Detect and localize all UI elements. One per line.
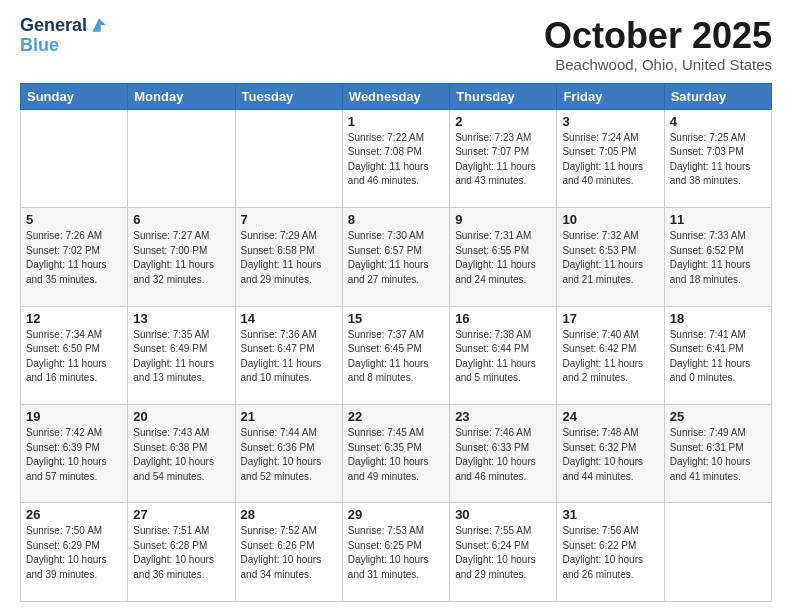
- logo-blue: Blue: [20, 36, 109, 56]
- day-info: Sunrise: 7:42 AM Sunset: 6:39 PM Dayligh…: [26, 426, 122, 484]
- day-number: 24: [562, 409, 658, 424]
- logo-text: General: [20, 16, 87, 36]
- day-number: 13: [133, 311, 229, 326]
- calendar-week-row: 1Sunrise: 7:22 AM Sunset: 7:08 PM Daylig…: [21, 109, 772, 207]
- calendar-cell: 27Sunrise: 7:51 AM Sunset: 6:28 PM Dayli…: [128, 503, 235, 602]
- calendar-cell: 9Sunrise: 7:31 AM Sunset: 6:55 PM Daylig…: [450, 208, 557, 306]
- day-number: 8: [348, 212, 444, 227]
- day-number: 31: [562, 507, 658, 522]
- calendar-cell: 2Sunrise: 7:23 AM Sunset: 7:07 PM Daylig…: [450, 109, 557, 207]
- day-number: 22: [348, 409, 444, 424]
- day-info: Sunrise: 7:52 AM Sunset: 6:26 PM Dayligh…: [241, 524, 337, 582]
- day-info: Sunrise: 7:41 AM Sunset: 6:41 PM Dayligh…: [670, 328, 766, 386]
- day-info: Sunrise: 7:55 AM Sunset: 6:24 PM Dayligh…: [455, 524, 551, 582]
- day-info: Sunrise: 7:44 AM Sunset: 6:36 PM Dayligh…: [241, 426, 337, 484]
- day-number: 1: [348, 114, 444, 129]
- calendar-cell: [664, 503, 771, 602]
- day-info: Sunrise: 7:34 AM Sunset: 6:50 PM Dayligh…: [26, 328, 122, 386]
- calendar-cell: 7Sunrise: 7:29 AM Sunset: 6:58 PM Daylig…: [235, 208, 342, 306]
- day-number: 15: [348, 311, 444, 326]
- title-area: October 2025 Beachwood, Ohio, United Sta…: [544, 16, 772, 73]
- day-number: 28: [241, 507, 337, 522]
- weekday-header-row: Sunday Monday Tuesday Wednesday Thursday…: [21, 83, 772, 109]
- day-number: 17: [562, 311, 658, 326]
- svg-marker-0: [92, 18, 105, 31]
- day-info: Sunrise: 7:38 AM Sunset: 6:44 PM Dayligh…: [455, 328, 551, 386]
- calendar-cell: 8Sunrise: 7:30 AM Sunset: 6:57 PM Daylig…: [342, 208, 449, 306]
- logo: General Blue: [20, 16, 109, 56]
- calendar-cell: 13Sunrise: 7:35 AM Sunset: 6:49 PM Dayli…: [128, 306, 235, 404]
- day-info: Sunrise: 7:27 AM Sunset: 7:00 PM Dayligh…: [133, 229, 229, 287]
- calendar-cell: 14Sunrise: 7:36 AM Sunset: 6:47 PM Dayli…: [235, 306, 342, 404]
- calendar-cell: 16Sunrise: 7:38 AM Sunset: 6:44 PM Dayli…: [450, 306, 557, 404]
- day-number: 16: [455, 311, 551, 326]
- calendar-cell: 10Sunrise: 7:32 AM Sunset: 6:53 PM Dayli…: [557, 208, 664, 306]
- calendar-cell: 26Sunrise: 7:50 AM Sunset: 6:29 PM Dayli…: [21, 503, 128, 602]
- day-info: Sunrise: 7:35 AM Sunset: 6:49 PM Dayligh…: [133, 328, 229, 386]
- calendar-cell: 31Sunrise: 7:56 AM Sunset: 6:22 PM Dayli…: [557, 503, 664, 602]
- day-info: Sunrise: 7:30 AM Sunset: 6:57 PM Dayligh…: [348, 229, 444, 287]
- day-number: 23: [455, 409, 551, 424]
- calendar-cell: 20Sunrise: 7:43 AM Sunset: 6:38 PM Dayli…: [128, 405, 235, 503]
- day-number: 30: [455, 507, 551, 522]
- calendar-cell: 17Sunrise: 7:40 AM Sunset: 6:42 PM Dayli…: [557, 306, 664, 404]
- calendar-cell: 3Sunrise: 7:24 AM Sunset: 7:05 PM Daylig…: [557, 109, 664, 207]
- calendar-cell: 30Sunrise: 7:55 AM Sunset: 6:24 PM Dayli…: [450, 503, 557, 602]
- header-friday: Friday: [557, 83, 664, 109]
- day-number: 26: [26, 507, 122, 522]
- calendar-cell: 25Sunrise: 7:49 AM Sunset: 6:31 PM Dayli…: [664, 405, 771, 503]
- day-info: Sunrise: 7:31 AM Sunset: 6:55 PM Dayligh…: [455, 229, 551, 287]
- day-info: Sunrise: 7:53 AM Sunset: 6:25 PM Dayligh…: [348, 524, 444, 582]
- day-info: Sunrise: 7:22 AM Sunset: 7:08 PM Dayligh…: [348, 131, 444, 189]
- day-info: Sunrise: 7:51 AM Sunset: 6:28 PM Dayligh…: [133, 524, 229, 582]
- day-info: Sunrise: 7:43 AM Sunset: 6:38 PM Dayligh…: [133, 426, 229, 484]
- month-title: October 2025: [544, 16, 772, 56]
- calendar-week-row: 19Sunrise: 7:42 AM Sunset: 6:39 PM Dayli…: [21, 405, 772, 503]
- day-number: 19: [26, 409, 122, 424]
- day-number: 25: [670, 409, 766, 424]
- day-info: Sunrise: 7:45 AM Sunset: 6:35 PM Dayligh…: [348, 426, 444, 484]
- day-number: 20: [133, 409, 229, 424]
- calendar-cell: 18Sunrise: 7:41 AM Sunset: 6:41 PM Dayli…: [664, 306, 771, 404]
- calendar-cell: [21, 109, 128, 207]
- day-info: Sunrise: 7:40 AM Sunset: 6:42 PM Dayligh…: [562, 328, 658, 386]
- calendar-cell: 6Sunrise: 7:27 AM Sunset: 7:00 PM Daylig…: [128, 208, 235, 306]
- day-number: 18: [670, 311, 766, 326]
- calendar-cell: 5Sunrise: 7:26 AM Sunset: 7:02 PM Daylig…: [21, 208, 128, 306]
- day-info: Sunrise: 7:24 AM Sunset: 7:05 PM Dayligh…: [562, 131, 658, 189]
- header-monday: Monday: [128, 83, 235, 109]
- calendar-week-row: 26Sunrise: 7:50 AM Sunset: 6:29 PM Dayli…: [21, 503, 772, 602]
- day-info: Sunrise: 7:46 AM Sunset: 6:33 PM Dayligh…: [455, 426, 551, 484]
- day-number: 11: [670, 212, 766, 227]
- day-number: 6: [133, 212, 229, 227]
- header-thursday: Thursday: [450, 83, 557, 109]
- day-info: Sunrise: 7:33 AM Sunset: 6:52 PM Dayligh…: [670, 229, 766, 287]
- day-info: Sunrise: 7:25 AM Sunset: 7:03 PM Dayligh…: [670, 131, 766, 189]
- calendar-cell: 22Sunrise: 7:45 AM Sunset: 6:35 PM Dayli…: [342, 405, 449, 503]
- calendar-cell: [235, 109, 342, 207]
- day-number: 2: [455, 114, 551, 129]
- calendar-cell: 15Sunrise: 7:37 AM Sunset: 6:45 PM Dayli…: [342, 306, 449, 404]
- calendar-week-row: 12Sunrise: 7:34 AM Sunset: 6:50 PM Dayli…: [21, 306, 772, 404]
- day-number: 4: [670, 114, 766, 129]
- calendar-cell: 11Sunrise: 7:33 AM Sunset: 6:52 PM Dayli…: [664, 208, 771, 306]
- header: General Blue October 2025 Beachwood, Ohi…: [20, 16, 772, 73]
- calendar: Sunday Monday Tuesday Wednesday Thursday…: [20, 83, 772, 602]
- header-saturday: Saturday: [664, 83, 771, 109]
- day-number: 5: [26, 212, 122, 227]
- day-info: Sunrise: 7:23 AM Sunset: 7:07 PM Dayligh…: [455, 131, 551, 189]
- header-wednesday: Wednesday: [342, 83, 449, 109]
- day-info: Sunrise: 7:37 AM Sunset: 6:45 PM Dayligh…: [348, 328, 444, 386]
- day-info: Sunrise: 7:50 AM Sunset: 6:29 PM Dayligh…: [26, 524, 122, 582]
- day-info: Sunrise: 7:56 AM Sunset: 6:22 PM Dayligh…: [562, 524, 658, 582]
- day-info: Sunrise: 7:32 AM Sunset: 6:53 PM Dayligh…: [562, 229, 658, 287]
- location: Beachwood, Ohio, United States: [544, 56, 772, 73]
- calendar-cell: 1Sunrise: 7:22 AM Sunset: 7:08 PM Daylig…: [342, 109, 449, 207]
- day-info: Sunrise: 7:49 AM Sunset: 6:31 PM Dayligh…: [670, 426, 766, 484]
- logo-icon: [89, 15, 109, 35]
- day-number: 14: [241, 311, 337, 326]
- day-info: Sunrise: 7:48 AM Sunset: 6:32 PM Dayligh…: [562, 426, 658, 484]
- day-number: 3: [562, 114, 658, 129]
- day-number: 29: [348, 507, 444, 522]
- calendar-cell: 19Sunrise: 7:42 AM Sunset: 6:39 PM Dayli…: [21, 405, 128, 503]
